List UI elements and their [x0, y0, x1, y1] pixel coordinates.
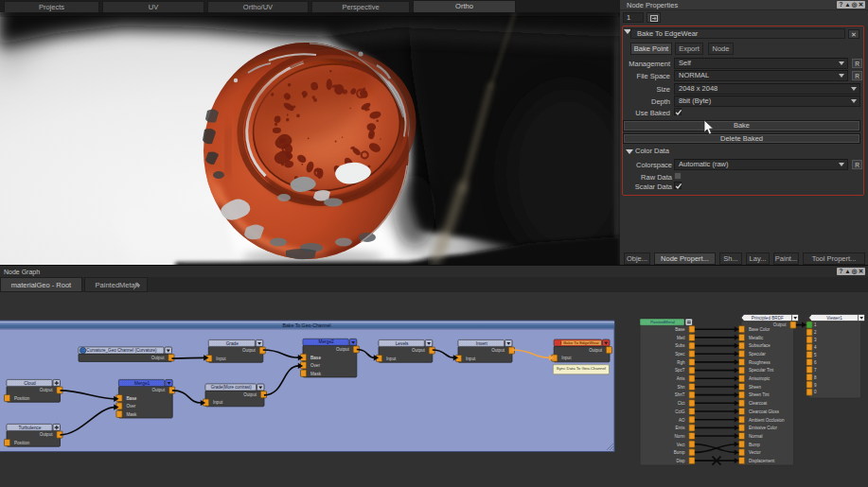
svg-text:Spec: Spec [675, 352, 685, 357]
svg-text:Output: Output [242, 348, 257, 353]
svg-text:Output: Output [151, 356, 166, 360]
svg-text:Mask: Mask [126, 412, 137, 417]
svg-text:Subsurface: Subsurface [749, 343, 771, 348]
svg-text:Normal: Normal [749, 434, 763, 439]
svg-text:Input: Input [216, 357, 226, 361]
svg-text:ShnT: ShnT [675, 392, 685, 397]
svg-text:AO: AO [679, 418, 685, 423]
svg-text:Base Color: Base Color [749, 327, 771, 332]
svg-text:Merge1: Merge1 [134, 381, 151, 386]
svg-text:Output: Output [412, 348, 426, 353]
svg-text:Rgh: Rgh [677, 360, 685, 365]
svg-text:Clct: Clct [678, 401, 685, 406]
svg-text:Specular: Specular [749, 352, 766, 357]
svg-text:SpcT: SpcT [675, 368, 685, 373]
svg-text:Position: Position [14, 441, 30, 445]
svg-text:Output: Output [491, 348, 505, 353]
svg-text:Base: Base [675, 327, 685, 332]
svg-text:Bake To EdgeWear: Bake To EdgeWear [563, 340, 599, 345]
svg-text:Levels: Levels [396, 341, 409, 346]
svg-text:Output: Output [589, 348, 603, 353]
svg-text:Vector: Vector [749, 450, 761, 455]
svg-text:Base: Base [310, 356, 321, 360]
svg-text:Output: Output [243, 392, 257, 397]
svg-text:Roughness: Roughness [749, 360, 771, 365]
svg-text:Position: Position [14, 396, 30, 401]
svg-text:Output: Output [336, 347, 350, 352]
svg-text:Principled BRDF: Principled BRDF [752, 316, 784, 321]
svg-text:Base: Base [126, 396, 136, 401]
svg-text:Output: Output [40, 388, 54, 392]
svg-text:Bump: Bump [749, 443, 760, 447]
svg-text:Ambient Occlusion: Ambient Occlusion [749, 418, 785, 423]
svg-text:Viewer1: Viewer1 [826, 316, 842, 321]
svg-text:Input: Input [466, 357, 476, 361]
svg-text:Bake To Geo-Channel: Bake To Geo-Channel [283, 322, 331, 328]
svg-text:Subs: Subs [675, 343, 685, 348]
svg-text:Bump: Bump [674, 450, 685, 455]
svg-text:Sheen: Sheen [749, 385, 762, 390]
svg-text:Merge2: Merge2 [318, 339, 334, 344]
svg-text:Clearcoat Gloss: Clearcoat Gloss [749, 409, 780, 414]
svg-text:C: C [81, 348, 84, 353]
svg-text:Norm: Norm [675, 434, 685, 439]
svg-text:Curvature_Geo Channel (Curvatu: Curvature_Geo Channel (Curvature) [86, 348, 157, 353]
svg-text:Disp: Disp [676, 459, 684, 463]
svg-text:Sync Data To Geo-Channel: Sync Data To Geo-Channel [557, 366, 606, 371]
svg-text:Clearcoat: Clearcoat [749, 401, 768, 406]
svg-text:PaintedMetal: PaintedMetal [650, 320, 675, 324]
svg-text:Metl: Metl [677, 336, 685, 340]
svg-text:Output: Output [40, 432, 54, 437]
svg-text:Over: Over [310, 363, 320, 368]
svg-text:Metallic: Metallic [749, 336, 764, 340]
svg-text:Sheen Tint: Sheen Tint [749, 392, 770, 397]
svg-text:Anisotropic: Anisotropic [749, 376, 771, 381]
svg-text:Vect: Vect [677, 443, 686, 447]
svg-text:Cloud: Cloud [24, 381, 36, 386]
svg-text:Output: Output [773, 322, 788, 327]
svg-text:Grade: Grade [226, 341, 239, 346]
svg-text:Anis: Anis [677, 376, 686, 381]
svg-text:Invert: Invert [476, 341, 488, 346]
svg-text:Mask: Mask [310, 372, 322, 376]
svg-text:Specular Tint: Specular Tint [749, 368, 774, 373]
svg-text:CctG: CctG [675, 409, 685, 414]
svg-text:Input: Input [386, 357, 397, 361]
svg-text:Grade(More contrast): Grade(More contrast) [211, 385, 253, 390]
svg-text:Input: Input [213, 400, 223, 405]
svg-text:Displacement: Displacement [749, 459, 775, 463]
svg-text:Over: Over [126, 404, 135, 409]
svg-text:Output: Output [151, 388, 166, 392]
svg-text:Input: Input [561, 356, 572, 360]
svg-text:Turbulence: Turbulence [19, 426, 42, 430]
svg-text:Emis: Emis [676, 426, 686, 430]
svg-text:Emissive Color: Emissive Color [749, 426, 778, 430]
svg-text:Shn: Shn [677, 385, 685, 390]
